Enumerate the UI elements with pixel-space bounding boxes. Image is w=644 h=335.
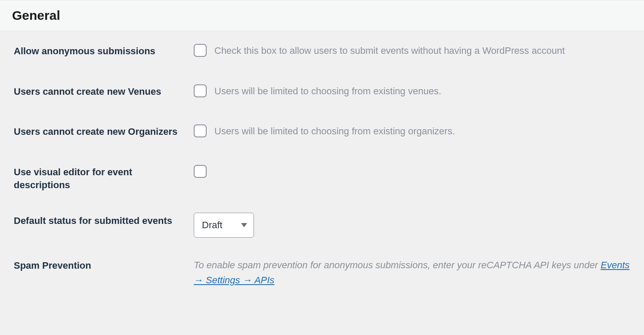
label-visual-editor: Use visual editor for event descriptions	[0, 152, 194, 205]
row-no-new-organizers: Users cannot create new Organizers Users…	[0, 112, 644, 152]
desc-spam-prefix: To enable spam prevention for anonymous …	[194, 260, 601, 270]
row-spam-prevention: Spam Prevention To enable spam preventio…	[0, 245, 644, 300]
checkbox-no-new-venues[interactable]	[194, 84, 207, 97]
checkbox-no-new-organizers[interactable]	[194, 124, 207, 137]
row-allow-anonymous: Allow anonymous submissions Check this b…	[0, 31, 644, 71]
label-default-status: Default status for submitted events	[0, 205, 194, 245]
desc-no-new-venues: Users will be limited to choosing from e…	[214, 84, 630, 99]
section-title: General	[12, 8, 632, 23]
settings-table: Allow anonymous submissions Check this b…	[0, 31, 644, 300]
row-default-status: Default status for submitted events Draf…	[0, 205, 644, 245]
select-default-status[interactable]: Draft	[194, 213, 254, 237]
desc-no-new-organizers: Users will be limited to choosing from e…	[214, 124, 630, 139]
desc-spam-prevention: To enable spam prevention for anonymous …	[194, 260, 630, 285]
section-header-general: General	[0, 0, 644, 31]
checkbox-allow-anonymous[interactable]	[194, 44, 207, 57]
label-allow-anonymous: Allow anonymous submissions	[0, 31, 194, 71]
checkbox-visual-editor[interactable]	[194, 165, 207, 178]
label-no-new-organizers: Users cannot create new Organizers	[0, 112, 194, 152]
row-no-new-venues: Users cannot create new Venues Users wil…	[0, 71, 644, 112]
label-no-new-venues: Users cannot create new Venues	[0, 71, 194, 112]
select-default-status-value: Draft	[202, 220, 223, 230]
label-spam-prevention: Spam Prevention	[0, 245, 194, 300]
row-visual-editor: Use visual editor for event descriptions	[0, 152, 644, 205]
desc-allow-anonymous: Check this box to allow users to submit …	[214, 43, 630, 58]
